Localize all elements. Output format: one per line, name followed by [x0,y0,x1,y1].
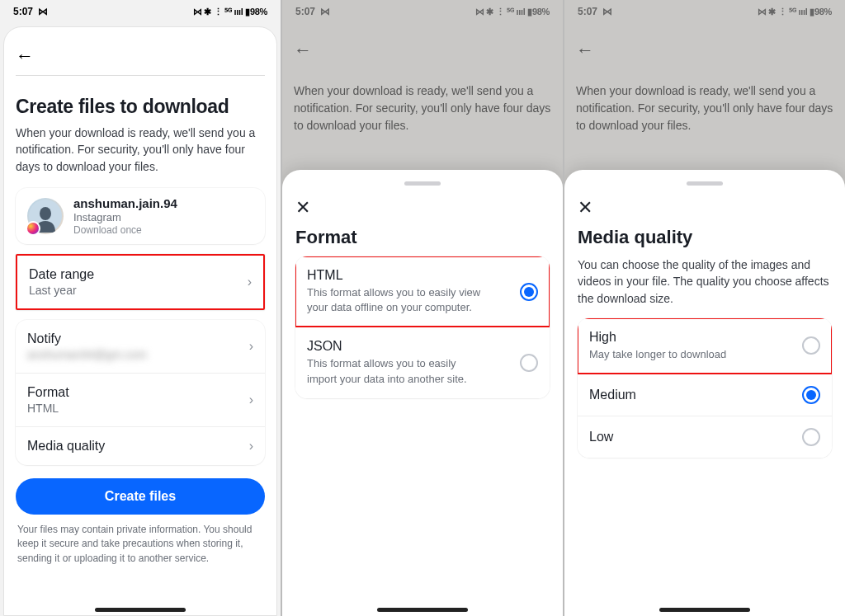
chevron-right-icon: › [249,339,253,354]
date-range-label: Date range [29,267,94,282]
status-bar: 5:07⋈ ⋈ ✱ ⋮ ⁵ᴳ ıııl ▮98% [282,0,563,23]
quality-option-high[interactable]: High May take longer to download [578,318,832,374]
back-button-dimmed: ← [576,38,601,63]
page-subtitle: When your download is ready, we'll send … [16,125,265,175]
screen-create-files: 5:07⋈ ⋈ ✱ ⋮ ⁵ᴳ ıııl ▮98% ← Create files … [0,0,281,616]
main-sheet: ← Create files to download When your dow… [3,26,277,616]
status-time: 5:07 [295,6,315,17]
radio-unchecked-icon [802,336,820,355]
quality-options: High May take longer to download Medium … [578,318,832,458]
notify-label: Notify [27,332,147,346]
media-quality-label: Media quality [27,439,105,454]
option-label: JSON [307,339,489,354]
sheet-handle[interactable] [687,181,723,186]
option-label: Low [589,430,613,444]
format-bottom-sheet: ✕ Format HTML This format allows you to … [282,170,563,616]
account-username: anshuman.jain.94 [73,196,177,210]
format-options: HTML This format allows you to easily vi… [295,256,550,398]
option-desc: This format allows you to easily view yo… [307,285,489,315]
svg-point-1 [40,207,51,220]
quality-option-medium[interactable]: Medium [578,374,832,416]
close-button[interactable]: ✕ [578,194,832,222]
dimmed-background: ← When your download is ready, we'll sen… [564,23,845,143]
bg-subtitle: When your download is ready, we'll send … [294,82,551,134]
radio-unchecked-icon [802,428,820,446]
quality-option-low[interactable]: Low [578,416,832,458]
status-indicators: ⋈ ✱ ⋮ ⁵ᴳ ıııl ▮98% [193,7,267,17]
format-option-json[interactable]: JSON This format allows you to easily im… [295,327,550,397]
radio-checked-icon [802,386,820,404]
page-title: Create files to download [16,96,265,118]
status-bar: 5:07⋈ ⋈ ✱ ⋮ ⁵ᴳ ıııl ▮98% [564,0,845,23]
option-label: High [589,330,726,345]
radio-unchecked-icon [520,354,538,372]
option-desc: May take longer to download [589,347,726,362]
format-option-html[interactable]: HTML This format allows you to easily vi… [295,256,550,327]
screen-format-picker: 5:07⋈ ⋈ ✱ ⋮ ⁵ᴳ ıııl ▮98% ← When your dow… [282,0,563,616]
dimmed-background: ← When your download is ready, we'll sen… [282,23,563,143]
back-button-dimmed: ← [294,38,319,63]
option-label: HTML [307,268,489,283]
date-range-value: Last year [29,284,94,297]
option-desc: This format allows you to easily import … [307,356,489,386]
date-range-row[interactable]: Date range Last year › [16,254,265,310]
home-indicator[interactable] [95,608,186,612]
footer-note: Your files may contain private informati… [16,523,265,579]
status-bar: 5:07⋈ ⋈ ✱ ⋮ ⁵ᴳ ıııl ▮98% [0,0,281,23]
status-time: 5:07 [578,6,597,17]
status-indicators: ⋈ ✱ ⋮ ⁵ᴳ ıııl ▮98% [758,7,832,17]
format-label: Format [27,385,69,400]
bg-subtitle: When your download is ready, we'll send … [576,82,833,134]
screen-media-quality-picker: 5:07⋈ ⋈ ✱ ⋮ ⁵ᴳ ıııl ▮98% ← When your dow… [564,0,845,616]
notify-value: anshuman94@gm.com [27,348,147,361]
home-indicator[interactable] [659,608,750,612]
chevron-right-icon: › [248,275,252,289]
status-indicators: ⋈ ✱ ⋮ ⁵ᴳ ıııl ▮98% [475,7,550,17]
format-value: HTML [27,402,69,415]
sheet-handle[interactable] [404,181,441,186]
option-label: Medium [589,388,636,402]
notify-row[interactable]: Notify anshuman94@gm.com › [16,320,265,373]
sheet-description: You can choose the quality of the images… [578,256,832,307]
account-card[interactable]: anshuman.jain.94 Instagram Download once [16,188,265,244]
create-files-button[interactable]: Create files [16,478,265,515]
sheet-title: Format [295,227,550,248]
chevron-right-icon: › [249,393,253,407]
close-button[interactable]: ✕ [295,194,550,222]
home-indicator[interactable] [377,608,468,612]
format-row[interactable]: Format HTML › [16,373,265,426]
radio-checked-icon [520,283,538,301]
account-download-note: Download once [73,224,177,236]
chevron-right-icon: › [249,439,253,454]
account-platform: Instagram [73,211,177,223]
back-button[interactable]: ← [16,44,40,68]
media-quality-bottom-sheet: ✕ Media quality You can choose the quali… [564,170,845,616]
status-time: 5:07 [13,6,33,17]
instagram-badge-icon [26,221,40,236]
sheet-title: Media quality [578,227,832,248]
media-quality-row[interactable]: Media quality › [16,426,265,465]
